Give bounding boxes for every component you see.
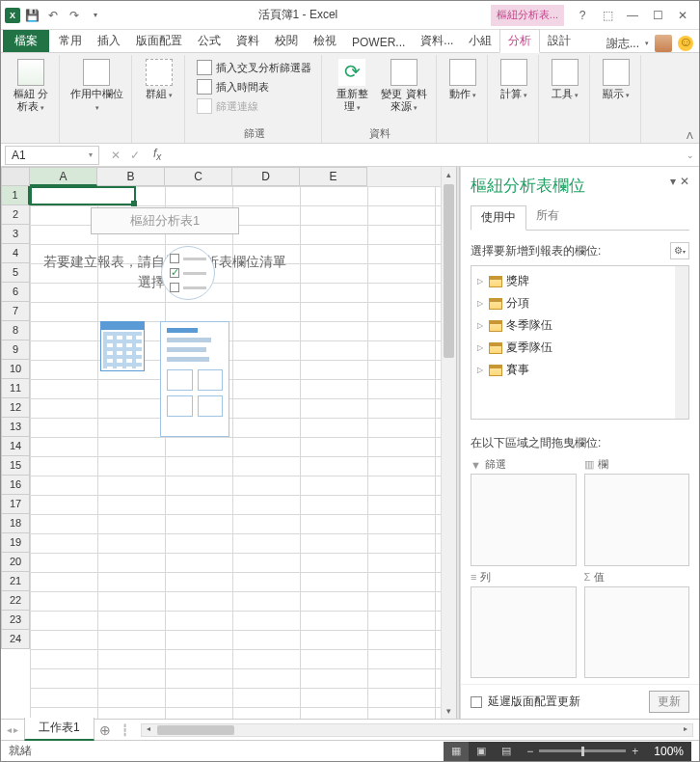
tools-button[interactable]: 工具▾ xyxy=(547,57,583,102)
sheet-nav-next-icon[interactable]: ▸ xyxy=(13,724,18,735)
field-item[interactable]: ▷夏季隊伍 xyxy=(473,337,687,359)
undo-icon[interactable]: ↶ xyxy=(43,6,63,25)
page-layout-view-icon[interactable]: ▣ xyxy=(469,742,494,761)
row-header[interactable]: 15 xyxy=(1,456,30,476)
row-header[interactable]: 24 xyxy=(1,630,30,649)
row-header[interactable]: 16 xyxy=(1,476,30,495)
active-field-button[interactable]: 作用中欄位▾ xyxy=(67,57,125,114)
scroll-right-icon[interactable]: ▸ xyxy=(679,724,692,736)
file-tab[interactable]: 檔案 xyxy=(3,30,49,52)
field-item[interactable]: ▷賽事 xyxy=(473,359,687,381)
row-header[interactable]: 12 xyxy=(1,398,30,418)
add-sheet-button[interactable]: ⊕ xyxy=(94,722,116,738)
field-item[interactable]: ▷獎牌 xyxy=(473,270,687,292)
field-item[interactable]: ▷冬季隊伍 xyxy=(473,314,687,337)
row-header[interactable]: 6 xyxy=(1,283,30,302)
scroll-up-icon[interactable]: ▴ xyxy=(442,167,456,182)
scroll-thumb[interactable] xyxy=(444,184,454,358)
select-all-corner[interactable] xyxy=(1,167,30,186)
zoom-out-icon[interactable]: − xyxy=(526,745,533,758)
sheet-nav-prev-icon[interactable]: ◂ xyxy=(7,724,12,735)
col-header[interactable]: B xyxy=(97,167,165,186)
pane-tab-active[interactable]: 使用中 xyxy=(471,205,526,231)
row-header[interactable]: 14 xyxy=(1,437,30,456)
tab-data2[interactable]: 資料... xyxy=(413,30,461,52)
tab-data[interactable]: 資料 xyxy=(229,30,267,52)
scroll-left-icon[interactable]: ◂ xyxy=(142,724,155,736)
values-drop-area[interactable]: Σ值 xyxy=(584,570,690,679)
row-header[interactable]: 19 xyxy=(1,533,30,553)
tab-home[interactable]: 常用 xyxy=(51,30,90,52)
zoom-in-icon[interactable]: + xyxy=(632,745,638,758)
ribbon-options-icon[interactable]: ⬚ xyxy=(595,5,620,26)
normal-view-icon[interactable]: ▦ xyxy=(444,742,469,761)
name-box[interactable]: A1▾ xyxy=(5,146,99,165)
row-header[interactable]: 18 xyxy=(1,514,30,533)
field-list[interactable]: ▷獎牌 ▷分項 ▷冬季隊伍 ▷夏季隊伍 ▷賽事 xyxy=(471,265,689,420)
avatar[interactable] xyxy=(655,35,672,52)
filter-drop-area[interactable]: ▼篩選 xyxy=(471,457,577,566)
formula-input[interactable] xyxy=(167,146,682,164)
defer-checkbox[interactable] xyxy=(471,696,482,708)
col-header[interactable]: C xyxy=(165,167,232,186)
redo-icon[interactable]: ↷ xyxy=(65,6,84,25)
change-source-button[interactable]: 變更 資料來源▾ xyxy=(378,57,430,114)
row-header[interactable]: 1 xyxy=(1,186,30,205)
field-item[interactable]: ▷分項 xyxy=(473,292,687,314)
row-header[interactable]: 4 xyxy=(1,244,30,263)
zoom-percent[interactable]: 100% xyxy=(646,742,691,761)
actions-button[interactable]: 動作▾ xyxy=(444,57,481,102)
zoom-slider[interactable]: − + xyxy=(519,742,646,761)
fx-icon[interactable]: fx xyxy=(148,147,167,162)
gear-icon[interactable]: ⚙▾ xyxy=(670,242,689,259)
row-header[interactable]: 17 xyxy=(1,495,30,514)
tab-insert[interactable]: 插入 xyxy=(90,30,128,52)
show-button[interactable]: 顯示▾ xyxy=(598,57,634,102)
row-header[interactable]: 7 xyxy=(1,302,30,321)
expand-formula-bar-icon[interactable]: ⌄ xyxy=(682,150,699,160)
tab-power[interactable]: POWER... xyxy=(344,33,413,52)
calculations-button[interactable]: 計算▾ xyxy=(496,57,532,102)
columns-drop-area[interactable]: ▥欄 xyxy=(584,457,690,566)
pane-close-icon[interactable]: ✕ xyxy=(680,175,689,188)
pane-options-icon[interactable]: ▾ xyxy=(670,175,676,188)
row-header[interactable]: 22 xyxy=(1,591,30,611)
tab-review[interactable]: 校閱 xyxy=(267,30,306,52)
feedback-icon[interactable] xyxy=(678,36,693,51)
user-name[interactable]: 謝志... xyxy=(606,36,639,52)
rows-drop-area[interactable]: ≡列 xyxy=(471,570,577,679)
row-header[interactable]: 9 xyxy=(1,340,30,360)
row-header[interactable]: 13 xyxy=(1,418,30,437)
maximize-icon[interactable]: ☐ xyxy=(645,5,670,26)
insert-timeline-button[interactable]: 插入時間表 xyxy=(195,78,313,95)
row-header[interactable]: 3 xyxy=(1,225,30,244)
minimize-icon[interactable]: — xyxy=(620,5,645,26)
row-header[interactable]: 2 xyxy=(1,205,30,225)
col-header[interactable]: E xyxy=(300,167,367,186)
tab-formulas[interactable]: 公式 xyxy=(190,30,229,52)
row-header[interactable]: 8 xyxy=(1,321,30,340)
row-header[interactable]: 5 xyxy=(1,263,30,283)
row-header[interactable]: 21 xyxy=(1,572,30,591)
row-header[interactable]: 23 xyxy=(1,611,30,630)
chevron-down-icon[interactable]: ▾ xyxy=(645,40,649,47)
group-button[interactable]: 群組▾ xyxy=(140,57,178,102)
worksheet-grid[interactable]: A B C D E 123456789101112131415161718192… xyxy=(1,167,441,719)
tab-layout[interactable]: 版面配置 xyxy=(128,30,190,52)
close-icon[interactable]: ✕ xyxy=(670,5,695,26)
row-header[interactable]: 20 xyxy=(1,553,30,572)
vertical-scrollbar[interactable]: ▴ ▾ xyxy=(441,167,456,719)
hscroll-thumb[interactable] xyxy=(157,725,234,735)
pane-tab-all[interactable]: 所有 xyxy=(526,204,569,230)
page-break-view-icon[interactable]: ▤ xyxy=(494,742,519,761)
qat-more-icon[interactable]: ▾ xyxy=(86,6,105,25)
sheet-tab[interactable]: 工作表1 xyxy=(24,718,94,741)
col-header[interactable]: A xyxy=(30,167,97,186)
scroll-down-icon[interactable]: ▾ xyxy=(442,703,456,719)
col-header[interactable]: D xyxy=(232,167,300,186)
field-list-scrollbar[interactable] xyxy=(675,266,688,419)
save-icon[interactable]: 💾 xyxy=(22,6,41,25)
refresh-button[interactable]: ⟳ 重新整理▾ xyxy=(330,57,374,114)
row-header[interactable]: 11 xyxy=(1,379,30,398)
tab-analyze[interactable]: 分析 xyxy=(499,29,540,53)
